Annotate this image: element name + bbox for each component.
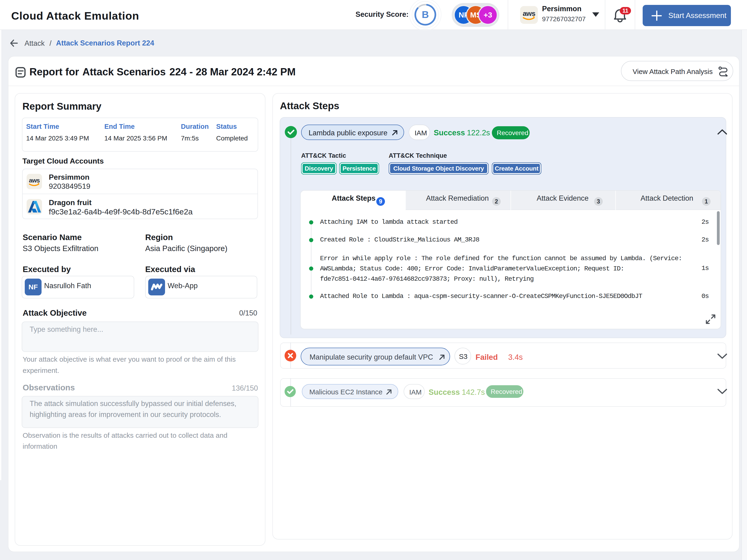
svg-text:aws: aws [523, 9, 535, 17]
svg-text:aws: aws [29, 177, 40, 184]
svg-text:B: B [422, 9, 429, 20]
